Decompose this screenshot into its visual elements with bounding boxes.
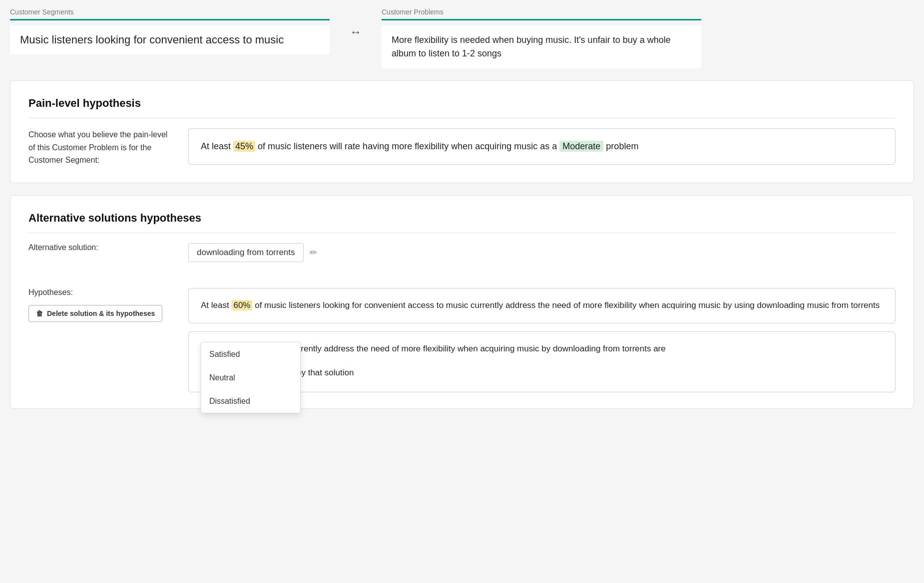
hypotheses-label: Hypotheses: [28,288,168,297]
teal-bar-left [10,19,330,20]
customer-problems-label: Customer Problems [382,0,701,16]
alt-solution-section: Alternative solution: downloading from t… [28,243,896,274]
pain-level-content: At least 45% of music listeners will rat… [188,128,896,165]
page-wrapper: Customer Segments Music listeners lookin… [0,0,924,583]
hyp1-after: of music listeners looking for convenien… [252,300,880,310]
dropdown-option-satisfied[interactable]: Satisfied [201,342,300,366]
pain-level-percent: 45% [233,141,255,152]
segment-text: Music listeners looking for convenient a… [10,25,330,54]
first-hypothesis-box: At least 60% of music listeners looking … [188,288,896,323]
by-text: by that solution [297,368,354,378]
dropdown-option-dissatisfied[interactable]: Dissatisfied [201,389,300,413]
hypotheses-label-col: Hypotheses: 🗑 Delete solution & its hypo… [28,288,168,322]
pain-level-hypothesis-box: At least 45% of music listeners will rat… [188,128,896,165]
hypotheses-row: Hypotheses: 🗑 Delete solution & its hypo… [28,288,896,392]
hyp1-before-percent: At least [201,300,231,310]
alt-solutions-card: Alternative solutions hypotheses Alterna… [10,195,914,409]
pain-level-body: Choose what you believe the pain-level o… [28,128,896,167]
hyp1-percent: 60% [231,300,252,310]
customer-problems-panel: Customer Problems More flexibility is ne… [382,0,701,68]
hyp-after-text: problem [603,141,638,151]
alt-solution-label: Alternative solution: [28,243,168,252]
dropdown-option-neutral[interactable]: Neutral [201,366,300,389]
customer-segments-panel: Customer Segments Music listeners lookin… [10,0,330,54]
problem-text: More flexibility is needed when buying m… [382,25,701,68]
alt-solutions-title: Alternative solutions hypotheses [28,212,896,233]
pain-level-label: Choose what you believe the pain-level o… [28,128,168,167]
edit-icon[interactable]: ✏ [310,247,317,258]
delete-btn-label: Delete solution & its hypotheses [47,309,155,317]
alt-solution-row: downloading from torrents ✏ [188,243,896,262]
pain-level-card: Pain-level hypothesis Choose what you be… [10,80,914,183]
second-hypothesis-text: Satisfied Neutral Dissatisfied of music … [189,332,895,364]
bidirectional-arrow: ↔ [350,25,362,39]
delete-solution-button[interactable]: 🗑 Delete solution & its hypotheses [28,305,162,322]
teal-bar-right [382,19,701,20]
trash-icon: 🗑 [36,309,43,317]
pain-level-moderate: Moderate [559,141,603,152]
pain-level-title: Pain-level hypothesis [28,97,896,118]
hyp-middle-text: of music listeners will rate having more… [255,141,559,151]
hyp-before-percent: At least [201,141,233,151]
customer-segments-label: Customer Segments [10,0,330,16]
second-hypothesis-wrapper: Satisfied Neutral Dissatisfied of music … [188,331,896,392]
hypotheses-content-col: At least 60% of music listeners looking … [188,288,896,392]
dropdown-popup: Satisfied Neutral Dissatisfied [201,342,301,414]
arrow-connector: ↔ [350,0,362,39]
alt-solution-tag: downloading from torrents [188,243,304,262]
header-section: Customer Segments Music listeners lookin… [0,0,924,68]
alt-solution-content: downloading from torrents ✏ [188,243,896,274]
